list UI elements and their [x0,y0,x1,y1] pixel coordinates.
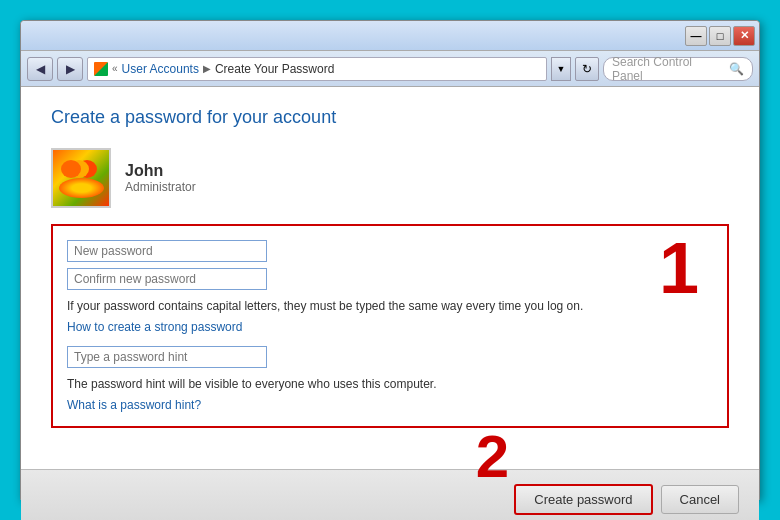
title-bar: — □ ✕ [21,21,759,51]
address-bar: ◀ ▶ « User Accounts ▶ Create Your Passwo… [21,51,759,87]
search-icon: 🔍 [729,62,744,76]
create-password-button[interactable]: Create password [514,484,652,515]
bottom-bar: 2 Create password Cancel [21,469,759,520]
maximize-button[interactable]: □ [709,26,731,46]
hint-warning: The password hint will be visible to eve… [67,376,713,393]
breadcrumb-user-accounts[interactable]: User Accounts [122,62,199,76]
new-password-input[interactable] [67,240,267,262]
user-details: John Administrator [125,162,196,194]
avatar [51,148,111,208]
page-title: Create a password for your account [51,107,729,128]
password-form-section: If your password contains capital letter… [51,224,729,428]
breadcrumb-current: Create Your Password [215,62,334,76]
search-placeholder: Search Control Panel [612,55,725,83]
refresh-button[interactable]: ↻ [575,57,599,81]
cancel-button[interactable]: Cancel [661,485,739,514]
back-button[interactable]: ◀ [27,57,53,81]
forward-button[interactable]: ▶ [57,57,83,81]
main-content: Create a password for your account 1 Joh… [21,87,759,469]
user-info: John Administrator [51,148,729,208]
minimize-button[interactable]: — [685,26,707,46]
capital-letters-hint: If your password contains capital letter… [67,298,713,315]
avatar-image [53,150,109,206]
step-2-label: 2 [476,422,509,491]
search-bar[interactable]: Search Control Panel 🔍 [603,57,753,81]
main-window: — □ ✕ ◀ ▶ « User Accounts ▶ Create Your … [20,20,760,500]
what-is-hint-link[interactable]: What is a password hint? [67,398,201,412]
breadcrumb-arrow: ▶ [203,63,211,74]
confirm-password-input[interactable] [67,268,267,290]
strong-password-link[interactable]: How to create a strong password [67,320,242,334]
password-hint-input[interactable] [67,346,267,368]
step-1-label: 1 [659,227,699,309]
breadcrumb-separator: « [112,63,118,74]
user-name: John [125,162,196,180]
section-divider [67,334,713,346]
breadcrumb-bar: « User Accounts ▶ Create Your Password [87,57,547,81]
breadcrumb-dropdown-button[interactable]: ▼ [551,57,571,81]
windows-icon [94,62,108,76]
close-button[interactable]: ✕ [733,26,755,46]
user-role: Administrator [125,180,196,194]
title-bar-buttons: — □ ✕ [685,26,755,46]
